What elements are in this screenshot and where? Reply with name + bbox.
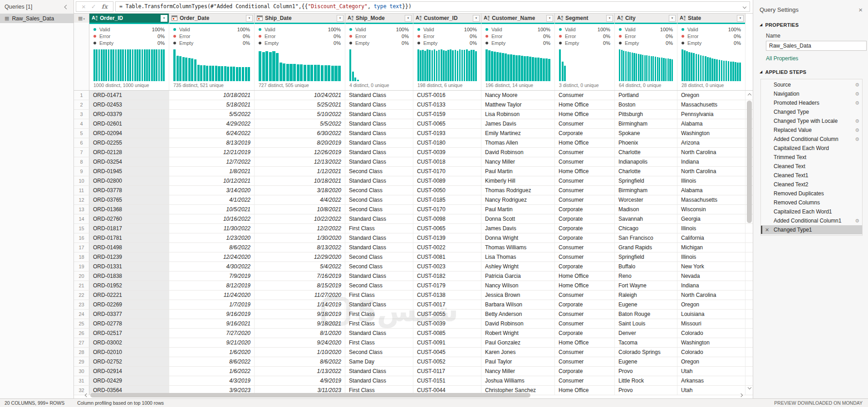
row-number[interactable]: 6 <box>74 138 89 147</box>
table-cell[interactable]: Standard Class <box>345 329 413 338</box>
table-cell[interactable]: ORD-01945 <box>89 167 169 176</box>
table-cell[interactable]: Springfield <box>615 252 677 262</box>
table-cell[interactable]: 12/7/2022 <box>169 157 255 166</box>
table-cell[interactable]: CUST-0117 <box>413 367 481 376</box>
table-cell[interactable]: Second Class <box>345 252 413 262</box>
row-number[interactable]: 18 <box>74 252 89 262</box>
vertical-scroll-thumb[interactable] <box>747 101 752 223</box>
table-cell[interactable]: California <box>677 233 745 242</box>
table-cell[interactable]: Eugene <box>615 300 677 309</box>
table-cell[interactable]: ORD-02760 <box>89 214 169 223</box>
filter-dropdown-button[interactable]: ▾ <box>337 15 343 22</box>
table-cell[interactable]: Portland <box>615 91 677 100</box>
table-cell[interactable]: Second Class <box>345 281 413 290</box>
table-cell[interactable]: North Carolina <box>677 291 745 300</box>
horizontal-scrollbar[interactable] <box>83 392 745 398</box>
table-cell[interactable]: Consumer <box>555 376 615 385</box>
table-cell[interactable]: Consumer <box>555 252 615 262</box>
applied-step-capitalized-each-word1[interactable]: Capitalized Each Word1 <box>761 207 862 216</box>
row-number[interactable]: 28 <box>74 348 89 357</box>
table-cell[interactable]: ORD-03765 <box>89 195 169 204</box>
table-cell[interactable]: Consumer <box>555 357 615 366</box>
table-cell[interactable]: 12/2/2022 <box>255 224 345 233</box>
table-cell[interactable]: 7/16/2019 <box>255 271 345 281</box>
table-cell[interactable]: 9/16/2021 <box>169 319 255 328</box>
table-cell[interactable]: 10/5/2021 <box>169 205 255 214</box>
table-cell[interactable]: 4/1/2022 <box>169 195 255 204</box>
table-cell[interactable]: ORD-03377 <box>89 310 169 319</box>
row-number[interactable]: 24 <box>74 310 89 319</box>
applied-step-cleaned-text1[interactable]: Cleaned Text1 <box>761 171 862 180</box>
table-cell[interactable]: Nancy Miller <box>481 157 555 166</box>
column-header-city[interactable]: ABCCity▾ <box>615 14 677 23</box>
table-cell[interactable]: CUST-0065 <box>413 224 481 233</box>
table-cell[interactable]: Standard Class <box>345 271 413 281</box>
row-number[interactable]: 29 <box>74 357 89 366</box>
table-cell[interactable]: ORD-02800 <box>89 176 169 185</box>
table-cell[interactable]: Karen Jones <box>481 348 555 357</box>
table-cell[interactable]: ORD-01498 <box>89 243 169 252</box>
table-cell[interactable]: Consumer <box>555 176 615 185</box>
table-cell[interactable]: CUST-0170 <box>413 205 481 214</box>
table-cell[interactable]: Utah <box>677 367 745 376</box>
table-cell[interactable]: Consumer <box>555 195 615 204</box>
column-header-order_date[interactable]: Order_Date▾ <box>169 14 255 23</box>
table-cell[interactable]: Birmingham <box>615 119 677 128</box>
filter-dropdown-button[interactable]: ▾ <box>161 15 167 22</box>
applied-step-replaced-value[interactable]: Replaced Value⚙ <box>761 126 862 135</box>
row-number[interactable]: 15 <box>74 224 89 233</box>
table-cell[interactable]: Louisiana <box>677 310 745 319</box>
row-number[interactable]: 21 <box>74 281 89 290</box>
table-cell[interactable]: 1/14/2019 <box>255 300 345 309</box>
table-cell[interactable]: 12/29/2020 <box>255 252 345 262</box>
table-cell[interactable]: Standard Class <box>345 129 413 138</box>
select-all-button[interactable]: ▦▾ <box>74 14 89 23</box>
table-cell[interactable]: Georgia <box>677 214 745 223</box>
formula-dropdown-icon[interactable] <box>740 3 746 10</box>
table-cell[interactable]: Little Rock <box>615 376 677 385</box>
table-cell[interactable]: ORD-02752 <box>89 357 169 366</box>
table-cell[interactable]: Home Office <box>555 281 615 290</box>
table-cell[interactable]: Saint Louis <box>615 319 677 328</box>
table-cell[interactable]: 1/30/2020 <box>255 233 345 242</box>
table-cell[interactable]: CUST-0159 <box>413 110 481 119</box>
table-cell[interactable]: Standard Class <box>345 214 413 223</box>
table-cell[interactable]: Home Office <box>555 100 615 109</box>
row-number[interactable]: 19 <box>74 262 89 271</box>
check-icon[interactable]: ✓ <box>91 4 96 10</box>
table-cell[interactable]: 5/5/2022 <box>255 119 345 128</box>
table-cell[interactable]: Raleigh <box>615 291 677 300</box>
gear-icon[interactable]: ⚙ <box>855 119 859 124</box>
table-cell[interactable]: First Class <box>345 291 413 300</box>
filter-dropdown-button[interactable]: ▾ <box>246 15 253 22</box>
table-cell[interactable]: Paul Gonzalez <box>481 338 555 347</box>
table-cell[interactable]: Second Class <box>345 262 413 271</box>
table-cell[interactable]: 5/18/2021 <box>169 100 255 109</box>
table-cell[interactable]: Indianapolis <box>615 157 677 166</box>
table-cell[interactable]: CUST-0182 <box>413 271 481 281</box>
table-cell[interactable]: Spokane <box>615 129 677 138</box>
table-cell[interactable]: CUST-0052 <box>413 357 481 366</box>
table-cell[interactable]: 8/20/2019 <box>255 138 345 147</box>
filter-dropdown-button[interactable]: ▾ <box>473 15 480 22</box>
table-cell[interactable]: CUST-0017 <box>413 300 481 309</box>
table-cell[interactable]: ORD-02010 <box>89 348 169 357</box>
table-cell[interactable]: 10/12/2021 <box>169 176 255 185</box>
scroll-up-icon[interactable] <box>746 92 753 99</box>
table-cell[interactable]: Oregon <box>677 300 745 309</box>
table-cell[interactable]: Matthew Taylor <box>481 100 555 109</box>
applied-step-changed-type1[interactable]: ✕Changed Type1 <box>761 225 862 234</box>
table-cell[interactable]: Patricia Garcia <box>481 271 555 281</box>
table-cell[interactable]: David Robinson <box>481 319 555 328</box>
table-cell[interactable]: Second Class <box>345 348 413 357</box>
table-cell[interactable]: Colorado <box>677 348 745 357</box>
table-cell[interactable]: Nancy Rodriguez <box>481 195 555 204</box>
table-cell[interactable]: 1/10/2020 <box>255 348 345 357</box>
table-cell[interactable]: Home Office <box>555 110 615 119</box>
table-cell[interactable]: Colorado <box>677 329 745 338</box>
row-number[interactable]: 17 <box>74 243 89 252</box>
table-cell[interactable]: Home Office <box>555 138 615 147</box>
table-cell[interactable]: ORD-02221 <box>89 291 169 300</box>
table-cell[interactable]: Tacoma <box>615 338 677 347</box>
applied-step-changed-type[interactable]: Changed Type <box>761 107 862 116</box>
